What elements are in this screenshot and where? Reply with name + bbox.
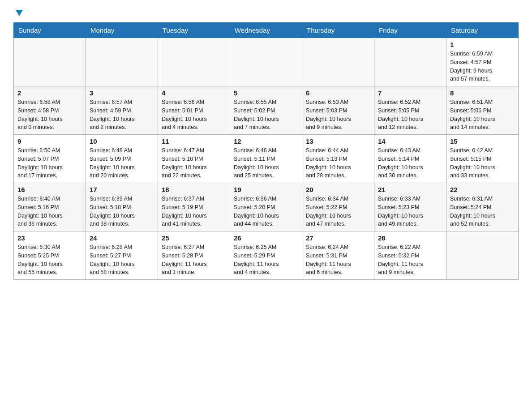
day-info: Sunrise: 6:42 AM Sunset: 5:15 PM Dayligh…	[450, 146, 515, 180]
day-info: Sunrise: 6:55 AM Sunset: 5:02 PM Dayligh…	[234, 98, 298, 132]
day-info: Sunrise: 6:44 AM Sunset: 5:13 PM Dayligh…	[306, 146, 370, 180]
calendar-cell: 23Sunrise: 6:30 AM Sunset: 5:25 PM Dayli…	[14, 231, 86, 280]
logo-triangle-icon	[14, 8, 24, 18]
calendar-cell: 16Sunrise: 6:40 AM Sunset: 5:16 PM Dayli…	[14, 183, 86, 231]
day-number: 9	[17, 137, 82, 145]
calendar-cell: 28Sunrise: 6:22 AM Sunset: 5:32 PM Dayli…	[374, 231, 446, 280]
day-info: Sunrise: 6:50 AM Sunset: 5:07 PM Dayligh…	[17, 146, 82, 180]
day-info: Sunrise: 6:59 AM Sunset: 4:57 PM Dayligh…	[450, 50, 515, 83]
calendar-cell: 15Sunrise: 6:42 AM Sunset: 5:15 PM Dayli…	[446, 135, 519, 183]
day-info: Sunrise: 6:33 AM Sunset: 5:23 PM Dayligh…	[378, 195, 442, 228]
weekday-header-sunday: Sunday	[14, 23, 86, 38]
day-number: 22	[450, 186, 515, 193]
calendar-cell: 12Sunrise: 6:46 AM Sunset: 5:11 PM Dayli…	[230, 135, 302, 183]
day-number: 20	[306, 186, 370, 193]
day-info: Sunrise: 6:58 AM Sunset: 4:58 PM Dayligh…	[17, 98, 82, 132]
day-info: Sunrise: 6:31 AM Sunset: 5:24 PM Dayligh…	[450, 195, 515, 228]
calendar-cell: 20Sunrise: 6:34 AM Sunset: 5:22 PM Dayli…	[302, 183, 374, 231]
day-info: Sunrise: 6:25 AM Sunset: 5:29 PM Dayligh…	[234, 243, 298, 277]
weekday-header-saturday: Saturday	[446, 23, 519, 38]
calendar-cell	[86, 38, 158, 86]
weekday-header-thursday: Thursday	[302, 23, 374, 38]
calendar-cell: 5Sunrise: 6:55 AM Sunset: 5:02 PM Daylig…	[230, 86, 302, 135]
day-info: Sunrise: 6:36 AM Sunset: 5:20 PM Dayligh…	[234, 195, 298, 228]
calendar-cell: 25Sunrise: 6:27 AM Sunset: 5:28 PM Dayli…	[158, 231, 230, 280]
calendar-cell: 22Sunrise: 6:31 AM Sunset: 5:24 PM Dayli…	[446, 183, 519, 231]
weekday-header-monday: Monday	[86, 23, 158, 38]
calendar-cell	[374, 38, 446, 86]
day-info: Sunrise: 6:43 AM Sunset: 5:14 PM Dayligh…	[378, 146, 442, 180]
calendar-cell: 18Sunrise: 6:37 AM Sunset: 5:19 PM Dayli…	[158, 183, 230, 231]
calendar-cell: 24Sunrise: 6:28 AM Sunset: 5:27 PM Dayli…	[86, 231, 158, 280]
calendar-cell: 9Sunrise: 6:50 AM Sunset: 5:07 PM Daylig…	[14, 135, 86, 183]
day-number: 19	[234, 186, 298, 193]
day-number: 17	[90, 186, 154, 193]
calendar-week-row: 23Sunrise: 6:30 AM Sunset: 5:25 PM Dayli…	[14, 231, 519, 280]
day-number: 15	[450, 137, 515, 145]
calendar-cell: 4Sunrise: 6:56 AM Sunset: 5:01 PM Daylig…	[158, 86, 230, 135]
day-info: Sunrise: 6:28 AM Sunset: 5:27 PM Dayligh…	[90, 243, 154, 277]
day-number: 23	[17, 234, 82, 242]
day-info: Sunrise: 6:30 AM Sunset: 5:25 PM Dayligh…	[17, 243, 82, 277]
day-info: Sunrise: 6:51 AM Sunset: 5:06 PM Dayligh…	[450, 98, 515, 132]
calendar-cell: 11Sunrise: 6:47 AM Sunset: 5:10 PM Dayli…	[158, 135, 230, 183]
day-info: Sunrise: 6:34 AM Sunset: 5:22 PM Dayligh…	[306, 195, 370, 228]
calendar-cell: 14Sunrise: 6:43 AM Sunset: 5:14 PM Dayli…	[374, 135, 446, 183]
day-info: Sunrise: 6:39 AM Sunset: 5:18 PM Dayligh…	[90, 195, 154, 228]
page-header	[13, 9, 519, 18]
day-number: 10	[90, 137, 154, 145]
day-number: 13	[306, 137, 370, 145]
day-number: 14	[378, 137, 442, 145]
calendar-table: SundayMondayTuesdayWednesdayThursdayFrid…	[13, 22, 519, 280]
day-info: Sunrise: 6:52 AM Sunset: 5:05 PM Dayligh…	[378, 98, 442, 132]
day-number: 25	[162, 234, 226, 242]
day-number: 18	[162, 186, 226, 193]
calendar-cell	[14, 38, 86, 86]
calendar-cell: 1Sunrise: 6:59 AM Sunset: 4:57 PM Daylig…	[446, 38, 519, 86]
day-number: 7	[378, 89, 442, 97]
day-number: 12	[234, 137, 298, 145]
day-info: Sunrise: 6:46 AM Sunset: 5:11 PM Dayligh…	[234, 146, 298, 180]
day-number: 24	[90, 234, 154, 242]
day-info: Sunrise: 6:24 AM Sunset: 5:31 PM Dayligh…	[306, 243, 370, 277]
calendar-cell	[230, 38, 302, 86]
calendar-cell	[302, 38, 374, 86]
weekday-header-row: SundayMondayTuesdayWednesdayThursdayFrid…	[14, 23, 519, 38]
logo	[13, 9, 24, 18]
day-number: 27	[306, 234, 370, 242]
day-number: 3	[90, 89, 154, 97]
calendar-cell: 19Sunrise: 6:36 AM Sunset: 5:20 PM Dayli…	[230, 183, 302, 231]
calendar-week-row: 1Sunrise: 6:59 AM Sunset: 4:57 PM Daylig…	[14, 38, 519, 86]
calendar-cell: 13Sunrise: 6:44 AM Sunset: 5:13 PM Dayli…	[302, 135, 374, 183]
day-info: Sunrise: 6:47 AM Sunset: 5:10 PM Dayligh…	[162, 146, 226, 180]
day-info: Sunrise: 6:37 AM Sunset: 5:19 PM Dayligh…	[162, 195, 226, 228]
calendar-cell: 2Sunrise: 6:58 AM Sunset: 4:58 PM Daylig…	[14, 86, 86, 135]
calendar-cell: 6Sunrise: 6:53 AM Sunset: 5:03 PM Daylig…	[302, 86, 374, 135]
calendar-week-row: 16Sunrise: 6:40 AM Sunset: 5:16 PM Dayli…	[14, 183, 519, 231]
calendar-cell	[446, 231, 519, 280]
calendar-cell: 7Sunrise: 6:52 AM Sunset: 5:05 PM Daylig…	[374, 86, 446, 135]
calendar-week-row: 2Sunrise: 6:58 AM Sunset: 4:58 PM Daylig…	[14, 86, 519, 135]
day-number: 1	[450, 41, 515, 48]
calendar-cell: 3Sunrise: 6:57 AM Sunset: 4:59 PM Daylig…	[86, 86, 158, 135]
day-number: 26	[234, 234, 298, 242]
day-number: 2	[17, 89, 82, 97]
day-info: Sunrise: 6:56 AM Sunset: 5:01 PM Dayligh…	[162, 98, 226, 132]
calendar-cell: 8Sunrise: 6:51 AM Sunset: 5:06 PM Daylig…	[446, 86, 519, 135]
weekday-header-tuesday: Tuesday	[158, 23, 230, 38]
day-number: 16	[17, 186, 82, 193]
day-number: 8	[450, 89, 515, 97]
calendar-cell: 26Sunrise: 6:25 AM Sunset: 5:29 PM Dayli…	[230, 231, 302, 280]
calendar-cell: 17Sunrise: 6:39 AM Sunset: 5:18 PM Dayli…	[86, 183, 158, 231]
day-number: 28	[378, 234, 442, 242]
calendar-cell: 21Sunrise: 6:33 AM Sunset: 5:23 PM Dayli…	[374, 183, 446, 231]
weekday-header-friday: Friday	[374, 23, 446, 38]
svg-marker-0	[16, 10, 23, 16]
day-info: Sunrise: 6:57 AM Sunset: 4:59 PM Dayligh…	[90, 98, 154, 132]
day-info: Sunrise: 6:27 AM Sunset: 5:28 PM Dayligh…	[162, 243, 226, 277]
day-number: 11	[162, 137, 226, 145]
day-number: 5	[234, 89, 298, 97]
day-number: 4	[162, 89, 226, 97]
day-number: 21	[378, 186, 442, 193]
calendar-week-row: 9Sunrise: 6:50 AM Sunset: 5:07 PM Daylig…	[14, 135, 519, 183]
